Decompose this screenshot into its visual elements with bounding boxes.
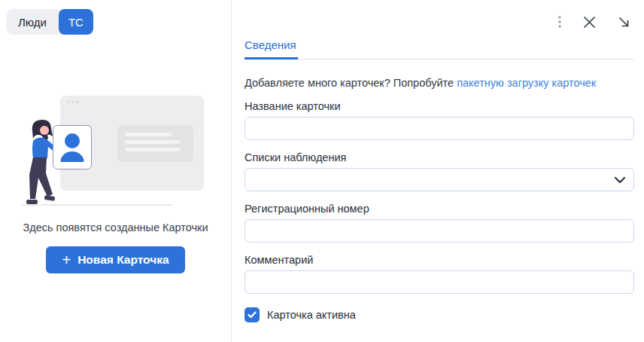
plus-icon: + (62, 254, 71, 266)
comment-label: Комментарий (245, 254, 634, 266)
card-active-checkbox[interactable] (245, 307, 260, 322)
card-creation-app: Люди ТС (0, 0, 644, 342)
kebab-menu-icon (558, 15, 561, 29)
panel-actions (245, 11, 634, 33)
card-name-input[interactable] (245, 117, 634, 140)
expand-button[interactable] (618, 16, 630, 29)
field-card-name: Название карточки (245, 100, 634, 140)
reg-number-label: Регистрационный номер (245, 203, 634, 215)
tab-vehicles[interactable]: ТС (59, 9, 93, 35)
tab-people[interactable]: Люди (6, 9, 59, 35)
field-comment: Комментарий (245, 254, 634, 294)
cards-list-panel: Люди ТС (0, 0, 232, 342)
details-tab-bar: Сведения (245, 38, 634, 60)
card-active-label: Карточка активна (267, 309, 356, 321)
empty-state-illustration (17, 93, 214, 211)
illustration-woman-legs (29, 157, 53, 199)
empty-state-text: Здесь появятся созданные Карточки (23, 221, 208, 234)
close-icon (583, 16, 596, 29)
bulk-upload-link[interactable]: пакетную загрузку карточек (457, 77, 596, 89)
entity-type-switcher: Люди ТС (6, 9, 93, 35)
hint-text: Добавляете много карточек? Попробуйте (245, 77, 454, 89)
more-menu-button[interactable] (558, 15, 561, 29)
card-details-panel: Сведения Добавляете много карточек? Попр… (232, 0, 644, 342)
illustration-woman-face (40, 126, 49, 135)
close-button[interactable] (583, 16, 596, 29)
tab-details[interactable]: Сведения (245, 38, 298, 60)
bulk-upload-hint: Добавляете много карточек? Попробуйте па… (245, 77, 634, 89)
card-name-label: Название карточки (245, 100, 634, 112)
field-watch-lists: Списки наблюдения (245, 151, 634, 191)
watch-lists-label: Списки наблюдения (245, 151, 634, 163)
checkmark-icon (248, 311, 257, 319)
comment-input[interactable] (245, 270, 634, 294)
card-active-row: Карточка активна (245, 307, 634, 322)
illustration-user-icon (65, 133, 80, 148)
reg-number-input[interactable] (245, 219, 634, 243)
field-reg-number: Регистрационный номер (245, 203, 634, 243)
new-card-button[interactable]: + Новая Карточка (46, 246, 184, 273)
watch-lists-select[interactable] (245, 168, 634, 191)
arrow-down-right-icon (618, 16, 630, 29)
new-card-button-label: Новая Карточка (77, 253, 169, 267)
